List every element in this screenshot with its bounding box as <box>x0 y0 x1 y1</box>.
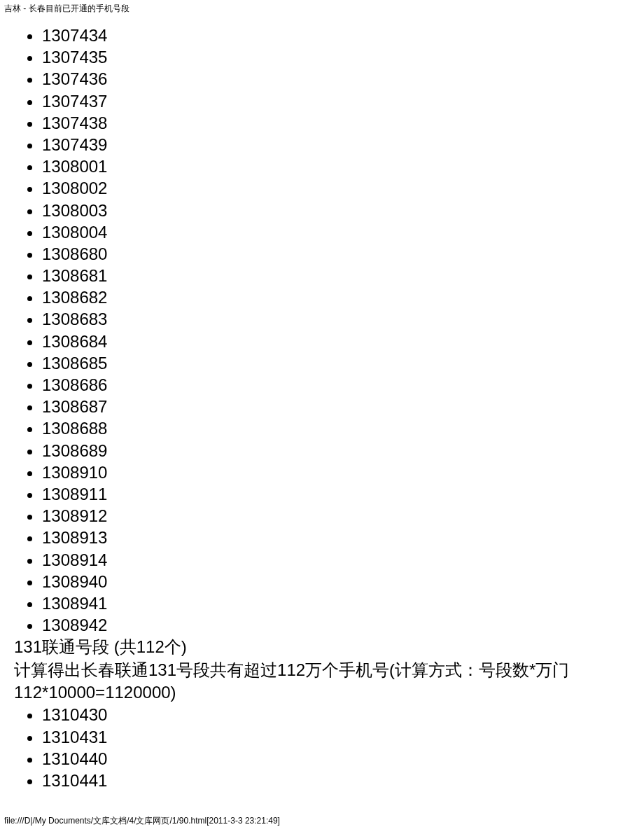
list-item: 1308003 <box>42 200 630 221</box>
list-item: 1310441 <box>42 770 630 791</box>
list-item: 1307434 <box>42 25 630 46</box>
list-item: 1308686 <box>42 374 630 396</box>
list-item: 1308687 <box>42 396 630 417</box>
footer-path: file:///D|/My Documents/文库文档/4/文库网页/1/90… <box>4 815 280 827</box>
list-item: 1308682 <box>42 286 630 308</box>
list-item: 1307439 <box>42 134 630 155</box>
number-list-2: 1310430131043113104401310441 <box>14 704 630 791</box>
list-item: 1310440 <box>42 748 630 770</box>
list-item: 1308910 <box>42 461 630 483</box>
list-item: 1308912 <box>42 505 630 527</box>
list-item: 1308940 <box>42 571 630 592</box>
list-item: 1307438 <box>42 112 630 134</box>
list-item: 1308685 <box>42 352 630 374</box>
list-item: 1308688 <box>42 417 630 439</box>
list-item: 1308683 <box>42 308 630 330</box>
list-item: 1308684 <box>42 331 630 352</box>
list-item: 1308004 <box>42 221 630 243</box>
section-description: 计算得出长春联通131号段共有超过112万个手机号(计算方式：号段数*万门 11… <box>14 659 630 704</box>
list-item: 1308689 <box>42 440 630 461</box>
list-item: 1308681 <box>42 265 630 286</box>
main-content: 1307434130743513074361307437130743813074… <box>0 18 644 791</box>
page-header: 吉林 - 长春目前已开通的手机号段 <box>0 0 644 18</box>
list-item: 1307436 <box>42 68 630 90</box>
list-item: 1308941 <box>42 592 630 614</box>
list-item: 1308913 <box>42 527 630 548</box>
list-item: 1310430 <box>42 704 630 725</box>
number-list-1: 1307434130743513074361307437130743813074… <box>14 25 630 636</box>
list-item: 1308001 <box>42 155 630 177</box>
list-item: 1308914 <box>42 549 630 571</box>
list-item: 1308911 <box>42 483 630 505</box>
list-item: 1307437 <box>42 90 630 112</box>
page-title: 吉林 - 长春目前已开通的手机号段 <box>4 4 130 13</box>
list-item: 1307435 <box>42 46 630 68</box>
section-heading: 131联通号段 (共112个) <box>14 636 630 658</box>
list-item: 1308002 <box>42 177 630 199</box>
list-item: 1310431 <box>42 726 630 748</box>
list-item: 1308680 <box>42 243 630 265</box>
list-item: 1308942 <box>42 614 630 636</box>
